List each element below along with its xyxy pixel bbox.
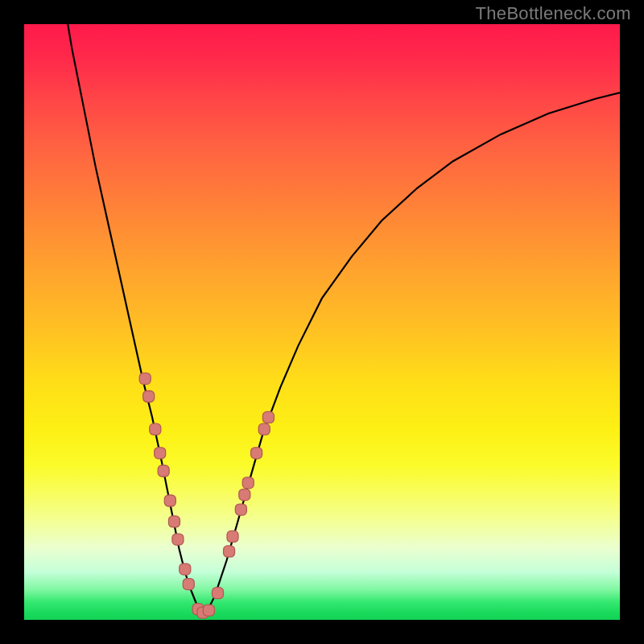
- data-marker: [139, 373, 151, 384]
- data-marker: [172, 534, 184, 545]
- plot-area: [24, 24, 620, 620]
- data-marker: [262, 411, 274, 423]
- data-marker: [164, 495, 175, 506]
- curve-left-branch: [66, 12, 203, 613]
- data-marker: [251, 448, 262, 459]
- data-marker: [227, 530, 238, 542]
- data-marker: [180, 564, 191, 575]
- data-marker: [213, 588, 224, 599]
- data-marker: [155, 448, 166, 459]
- data-marker: [235, 504, 246, 515]
- chart-frame: TheBottleneck.com: [0, 0, 644, 644]
- data-marker: [242, 477, 254, 489]
- watermark-text: TheBottleneck.com: [476, 3, 631, 24]
- data-marker: [239, 489, 250, 501]
- data-marker: [203, 605, 214, 616]
- curve-right-branch: [203, 93, 620, 614]
- data-marker: [168, 516, 180, 527]
- data-marker: [224, 546, 235, 557]
- curve-layer: [24, 24, 620, 620]
- data-marker: [158, 465, 169, 477]
- data-marker: [183, 579, 194, 590]
- data-marker: [143, 391, 155, 402]
- data-marker: [258, 423, 270, 435]
- data-marker: [150, 423, 161, 435]
